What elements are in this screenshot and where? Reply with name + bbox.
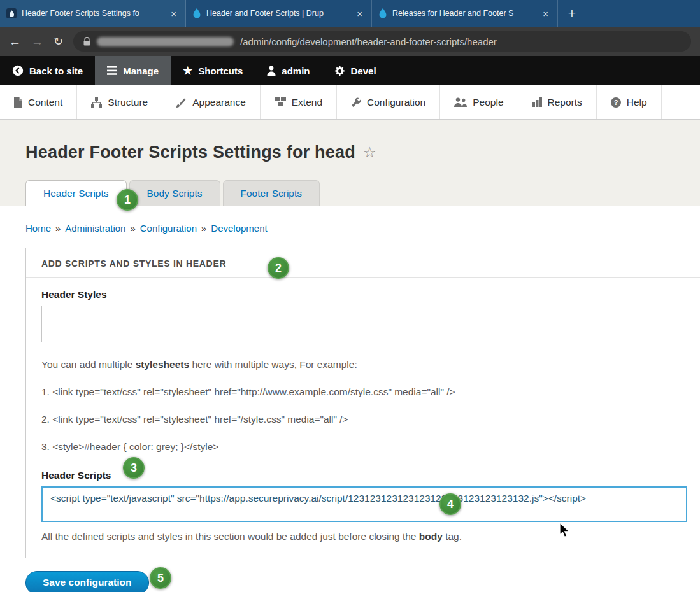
shortcuts-label: Shortcuts bbox=[198, 66, 243, 76]
toolbar-item-shortcuts[interactable]: ★ Shortcuts bbox=[171, 56, 255, 85]
menu-item-structure[interactable]: Structure bbox=[77, 85, 162, 119]
drupal-favicon bbox=[378, 8, 387, 18]
admin-user-label: admin bbox=[282, 66, 310, 76]
manage-label: Manage bbox=[123, 66, 159, 76]
header-styles-label: Header Styles bbox=[41, 289, 687, 300]
page-header: Header Footer Scripts Settings for head … bbox=[0, 120, 700, 206]
lock-icon bbox=[83, 37, 90, 46]
breadcrumb-development[interactable]: Development bbox=[211, 223, 267, 234]
structure-icon bbox=[91, 97, 102, 108]
drupal-admin-toolbar: Back to site Manage ★ Shortcuts admin De… bbox=[0, 56, 700, 85]
toolbar-item-admin-user[interactable]: admin bbox=[255, 56, 322, 85]
tab-title: Releases for Header and Footer S bbox=[392, 9, 535, 18]
annotation-badge-3: 3 bbox=[123, 457, 145, 479]
annotation-badge-2: 2 bbox=[268, 257, 289, 279]
menu-label: Appearance bbox=[192, 97, 246, 108]
reload-icon[interactable]: ↻ bbox=[54, 36, 63, 47]
user-icon bbox=[267, 66, 276, 76]
tab-body-scripts[interactable]: Body Scripts bbox=[129, 180, 220, 206]
bar-chart-icon bbox=[532, 97, 542, 107]
tab-header-scripts[interactable]: Header Scripts bbox=[25, 180, 127, 206]
menu-label: Structure bbox=[108, 97, 148, 108]
breadcrumb-configuration[interactable]: Configuration bbox=[140, 223, 197, 234]
annotation-badge-4: 4 bbox=[439, 493, 461, 515]
new-tab-button[interactable]: + bbox=[558, 0, 586, 27]
toolbar-item-devel[interactable]: Devel bbox=[322, 56, 389, 85]
drupal-favicon bbox=[192, 8, 201, 18]
svg-text:?: ? bbox=[613, 99, 618, 106]
menu-label: Configuration bbox=[367, 97, 425, 108]
style-example-1: 1. <link type="text/css" rel="stylesheet… bbox=[41, 386, 687, 398]
save-configuration-button[interactable]: Save configuration bbox=[25, 571, 149, 592]
annotation-badge-5: 5 bbox=[150, 567, 171, 589]
menu-item-configuration[interactable]: Configuration bbox=[337, 85, 440, 119]
wrench-icon bbox=[351, 97, 361, 108]
menu-item-reports[interactable]: Reports bbox=[518, 85, 597, 119]
menu-item-help[interactable]: ? Help bbox=[597, 85, 662, 119]
scripts-help-text: All the defined scripts and styles in th… bbox=[41, 531, 687, 542]
devel-label: Devel bbox=[351, 66, 376, 76]
tab-close-icon[interactable]: × bbox=[540, 8, 551, 20]
help-icon: ? bbox=[611, 97, 621, 108]
header-styles-textarea[interactable] bbox=[41, 306, 687, 342]
breadcrumb: Home»Administration»Configuration»Develo… bbox=[25, 223, 700, 234]
breadcrumb-home[interactable]: Home bbox=[25, 223, 51, 234]
style-example-3: 3. <style>#header { color: grey; }</styl… bbox=[41, 441, 687, 453]
tab-footer-scripts[interactable]: Footer Scripts bbox=[223, 180, 320, 206]
breadcrumb-administration[interactable]: Administration bbox=[65, 223, 125, 234]
tab-title: Header and Footer Scripts | Drup bbox=[206, 9, 349, 18]
content-icon bbox=[14, 97, 22, 108]
forward-icon: → bbox=[31, 36, 43, 48]
header-scripts-fieldset: ADD SCRIPTS AND STYLES IN HEADER Header … bbox=[25, 248, 700, 558]
annotation-badge-1: 1 bbox=[117, 189, 138, 211]
back-to-site-icon bbox=[12, 65, 24, 76]
people-icon bbox=[454, 97, 467, 107]
breadcrumb-separator: » bbox=[130, 223, 135, 234]
site-favicon bbox=[6, 8, 17, 18]
menu-label: Reports bbox=[548, 97, 582, 108]
url-input[interactable]: /admin/config/development/header-and-foo… bbox=[73, 31, 691, 52]
star-icon: ★ bbox=[183, 64, 192, 78]
menu-item-appearance[interactable]: Appearance bbox=[162, 85, 261, 119]
gear-icon bbox=[334, 66, 345, 76]
style-example-2: 2. <link type="text/css" rel="stylesheet… bbox=[41, 414, 687, 425]
browser-tab-bar: Header Footer Scripts Settings fo × Head… bbox=[0, 0, 700, 27]
page-title: Header Footer Scripts Settings for head bbox=[25, 143, 355, 162]
url-path-text: /admin/config/development/header-and-foo… bbox=[240, 36, 497, 47]
toolbar-item-manage[interactable]: Manage bbox=[95, 56, 171, 85]
address-bar: ← → ↻ /admin/config/development/header-a… bbox=[0, 27, 700, 56]
header-scripts-textarea[interactable]: <script type="text/javascript" src="http… bbox=[41, 486, 687, 522]
styles-help-text: You can add multiple stylesheets here wi… bbox=[41, 359, 687, 370]
menu-label: People bbox=[473, 97, 503, 108]
menu-label: Extend bbox=[292, 97, 322, 108]
extend-icon bbox=[275, 97, 286, 107]
fieldset-legend: ADD SCRIPTS AND STYLES IN HEADER bbox=[26, 248, 700, 278]
mouse-cursor bbox=[559, 522, 571, 539]
breadcrumb-separator: » bbox=[55, 223, 61, 234]
browser-tab-2[interactable]: Header and Footer Scripts | Drup × bbox=[186, 0, 372, 27]
menu-item-extend[interactable]: Extend bbox=[261, 85, 337, 119]
menu-label: Content bbox=[28, 97, 62, 108]
redacted-domain bbox=[97, 37, 234, 46]
page-content: Home»Administration»Configuration»Develo… bbox=[0, 206, 700, 592]
appearance-icon bbox=[176, 97, 187, 108]
menu-item-people[interactable]: People bbox=[440, 85, 518, 119]
back-icon[interactable]: ← bbox=[9, 36, 21, 48]
tab-close-icon[interactable]: × bbox=[354, 8, 365, 20]
menu-item-content[interactable]: Content bbox=[0, 85, 77, 119]
breadcrumb-separator: » bbox=[201, 223, 206, 234]
admin-menu-bar: Content Structure Appearance Extend Conf… bbox=[0, 85, 700, 120]
favorite-star-icon[interactable]: ☆ bbox=[363, 144, 376, 161]
tab-close-icon[interactable]: × bbox=[168, 8, 179, 20]
back-to-site-label: Back to site bbox=[29, 66, 83, 76]
back-to-site-button[interactable]: Back to site bbox=[0, 56, 95, 85]
hamburger-icon bbox=[107, 66, 117, 75]
menu-label: Help bbox=[627, 97, 647, 108]
browser-tab-1[interactable]: Header Footer Scripts Settings fo × bbox=[0, 0, 186, 27]
tab-title: Header Footer Scripts Settings fo bbox=[22, 9, 163, 18]
browser-tab-3[interactable]: Releases for Header and Footer S × bbox=[372, 0, 558, 27]
